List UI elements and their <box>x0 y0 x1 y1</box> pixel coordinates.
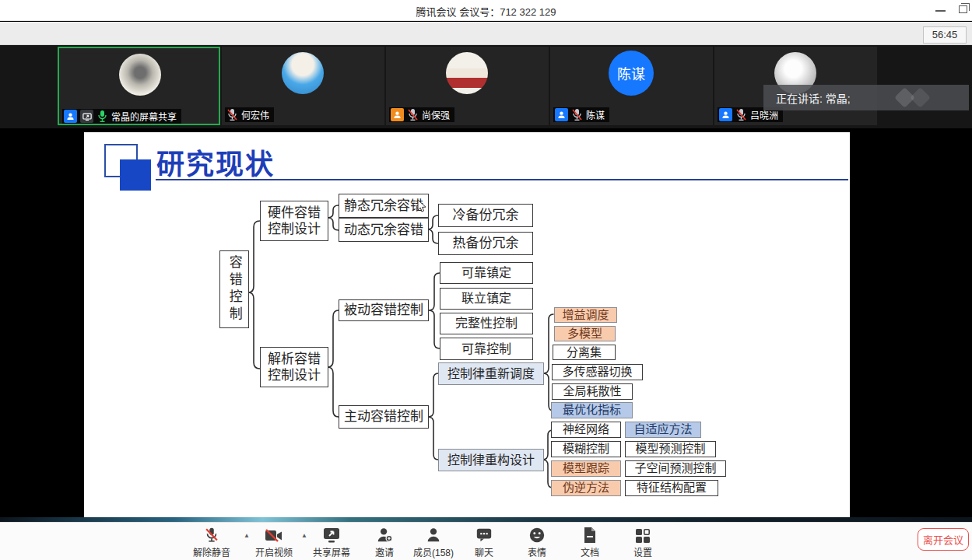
video-tile-changjing[interactable]: 常晶的屏幕共享 <box>58 47 220 125</box>
tree-node-analytic-design: 解析容错控制设计 <box>260 347 328 387</box>
tree-node-separation-set: 分离集 <box>553 345 616 360</box>
members-person-icon <box>425 527 442 544</box>
meeting-logo-watermark-icon <box>910 87 931 108</box>
name-badge: 陈谋 <box>553 107 609 122</box>
tree-node-control-law-reconfiguration: 控制律重构设计 <box>438 449 544 471</box>
invite-person-icon <box>376 527 393 544</box>
avatar-text-badge: 陈谋 <box>609 51 654 96</box>
status-bar: 56:45 <box>0 22 972 45</box>
video-strip: 常晶的屏幕共享 何宏伟 尚保强 <box>0 45 972 128</box>
settings-label: 设置 <box>633 545 652 558</box>
participant-name: 陈谋 <box>586 108 605 121</box>
mic-muted-icon <box>407 108 419 121</box>
tree-node-adaptive-method: 自适应方法 <box>625 422 701 438</box>
presentation-slide: 研究现状 容错控制 硬件容错控制设计 解析容错控制设计 静态冗 <box>84 132 850 517</box>
meeting-title: 腾讯会议 会议号：712 322 129 <box>0 4 972 19</box>
chat-label: 聊天 <box>475 545 493 558</box>
tree-node-multi-sensor-switching: 多传感器切换 <box>552 364 643 380</box>
maximize-icon[interactable] <box>959 5 967 13</box>
shared-screen-area: 研究现状 容错控制 硬件容错控制设计 解析容错控制设计 静态冗 <box>0 128 972 517</box>
tree-node-model-predictive-control: 模型预测控制 <box>625 441 716 457</box>
person-icon <box>391 108 404 121</box>
chat-bubble-icon <box>475 527 493 544</box>
tree-node-passive-ftc: 被动容错控制 <box>339 299 429 321</box>
window-titlebar: 腾讯会议 会议号：712 322 129 <box>0 0 972 21</box>
tree-node-hot-backup: 热备份冗余 <box>438 232 533 255</box>
tree-node-cold-backup: 冷备份冗余 <box>438 204 533 227</box>
tree-node-static-redundancy: 静态冗余容错 <box>339 194 429 218</box>
avatar-tiger-sketch <box>119 54 161 96</box>
meeting-timer: 56:45 <box>923 26 967 44</box>
leave-meeting-button[interactable]: 离开会议 <box>918 528 969 551</box>
tree-node-control-law-rescheduling: 控制律重新调度 <box>438 362 544 385</box>
video-tile-chenmou[interactable]: 陈谋 陈谋 <box>550 47 713 125</box>
participant-name: 常晶的屏幕共享 <box>111 110 177 123</box>
start-video-label: 开启视频 <box>255 545 293 558</box>
mic-muted-icon <box>203 527 220 544</box>
document-icon <box>582 527 598 544</box>
tree-node-multi-model: 多模型 <box>554 326 616 341</box>
tree-node-global-dissipativity: 全局耗散性 <box>552 383 633 400</box>
tree-node-root: 容错控制 <box>219 250 249 328</box>
video-tile-hehongwei[interactable]: 何宏伟 <box>222 47 384 125</box>
mic-muted-icon <box>571 108 583 121</box>
invite-label: 邀请 <box>375 545 394 558</box>
share-screen-label: 共享屏幕 <box>313 545 350 558</box>
mic-on-icon <box>96 110 108 123</box>
mouse-cursor <box>417 199 428 213</box>
person-icon <box>719 108 732 121</box>
unmute-label: 解除静音 <box>193 545 230 558</box>
minimize-icon[interactable] <box>935 10 946 12</box>
emoji-label: 表情 <box>528 545 546 558</box>
tree-node-integrity-control: 完整性控制 <box>440 313 533 334</box>
avatar-smurf <box>282 52 324 94</box>
avatar-cartoon-boy <box>446 52 488 94</box>
tree-node-simultaneous-stabilization: 联立镇定 <box>440 288 533 310</box>
person-icon <box>64 110 77 123</box>
start-video-button[interactable]: 开启视频 <box>241 527 307 558</box>
tree-node-fuzzy-control: 模糊控制 <box>551 441 621 457</box>
tree-node-reliable-stabilization: 可靠镇定 <box>440 262 533 284</box>
speaking-banner-text: 正在讲话: 常晶; <box>763 90 851 106</box>
meeting-toolbar: 解除静音 ▲ 开启视频 ▲ 共享屏幕 邀请 成员(158) <box>0 522 972 560</box>
participant-name: 尚保强 <box>422 108 450 121</box>
camera-off-icon <box>264 527 284 544</box>
name-badge: 何宏伟 <box>225 107 274 122</box>
tree-node-eigenstructure-assignment: 特征结构配置 <box>625 480 718 496</box>
tree-node-neural-network: 神经网络 <box>551 422 621 438</box>
tree-node-reliable-control: 可靠控制 <box>440 338 533 360</box>
tree-node-model-tracking: 模型跟踪 <box>551 460 621 477</box>
tree-node-pseudo-inverse-method: 伪逆方法 <box>551 480 621 496</box>
settings-button[interactable]: 设置 <box>610 527 675 558</box>
tencent-meeting-window: 腾讯会议 会议号：712 322 129 56:45 常晶的屏幕共享 <box>0 0 972 560</box>
docs-label: 文档 <box>581 545 599 558</box>
tree-node-dynamic-redundancy: 动态冗余容错 <box>339 218 429 242</box>
unmute-button[interactable]: 解除静音 <box>179 527 244 558</box>
smiley-icon <box>528 527 546 544</box>
mic-muted-icon <box>735 108 747 121</box>
share-screen-icon <box>322 527 341 544</box>
name-badge: 尚保强 <box>389 107 454 122</box>
mic-muted-icon <box>226 108 238 121</box>
tree-node-gain-scheduling: 增益调度 <box>554 307 617 323</box>
tree-node-hw-design: 硬件容错控制设计 <box>260 201 328 241</box>
video-tile-shangbaoqiang[interactable]: 尚保强 <box>386 47 549 125</box>
screen-share-icon <box>80 110 93 123</box>
person-icon <box>555 108 568 121</box>
tree-node-subspace-predictive-control: 子空间预测控制 <box>625 460 726 477</box>
apps-grid-icon <box>635 527 651 544</box>
members-label: 成员(158) <box>413 545 454 558</box>
tree-node-optimization-index: 最优化指标 <box>551 402 633 418</box>
participant-name: 何宏伟 <box>241 108 269 121</box>
speaking-banner: 正在讲话: 常晶; <box>763 85 969 110</box>
name-badge: 常晶的屏幕共享 <box>62 109 181 124</box>
tree-node-active-ftc: 主动容错控制 <box>339 405 429 429</box>
